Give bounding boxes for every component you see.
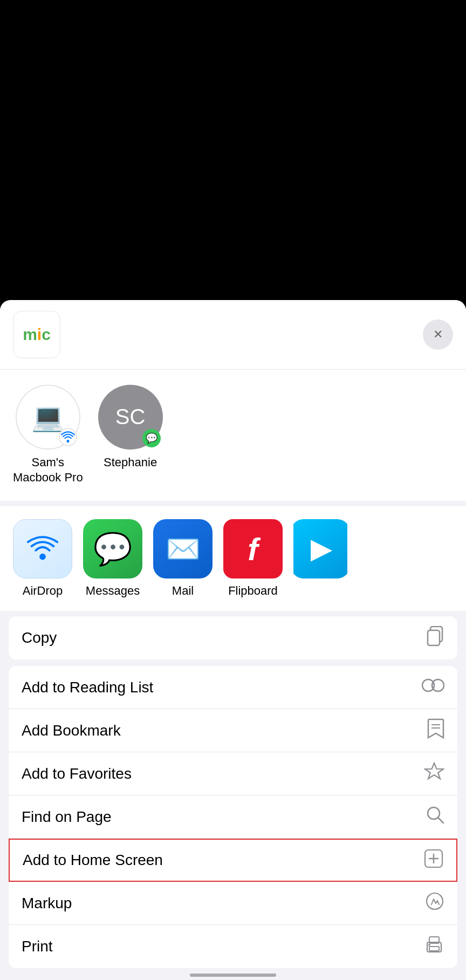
svg-point-1 (39, 554, 46, 560)
contacts-section: 💻 Sam'sMacbook Pro SC 💬 (0, 370, 466, 506)
messages-badge: 💬 (142, 429, 161, 447)
add-home-screen-icon (424, 849, 443, 872)
macbook-name: Sam'sMacbook Pro (13, 455, 83, 486)
svg-point-0 (66, 440, 69, 443)
stephanie-initials: SC (115, 405, 146, 429)
print-icon (424, 936, 444, 958)
messages-app-label: Messages (86, 584, 140, 598)
share-sheet: mic ✕ 💻 Sam'sMacbook Pro (0, 300, 466, 980)
home-bar (0, 975, 466, 980)
airdrop-app-icon (13, 519, 72, 579)
markup-label: Markup (22, 895, 72, 912)
add-reading-list-label: Add to Reading List (22, 679, 153, 696)
bookmark-icon (427, 718, 444, 743)
svg-rect-3 (428, 630, 440, 645)
contact-macbook[interactable]: 💻 Sam'sMacbook Pro (13, 385, 83, 486)
copy-icon (426, 626, 444, 650)
add-bookmark-label: Add Bookmark (22, 722, 121, 739)
find-icon (426, 806, 444, 828)
stephanie-name: Stephanie (104, 455, 157, 471)
add-reading-list-item[interactable]: Add to Reading List (9, 666, 457, 709)
print-label: Print (22, 938, 53, 955)
app-item-messages[interactable]: 💬 Messages (83, 519, 142, 598)
mail-app-label: Mail (172, 584, 194, 598)
add-home-screen-item[interactable]: Add to Home Screen (9, 839, 457, 882)
stephanie-avatar: SC 💬 (98, 385, 163, 450)
add-favorites-item[interactable]: Add to Favorites (9, 752, 457, 795)
airdrop-badge (59, 428, 77, 446)
reading-list-icon (422, 678, 444, 697)
fi-app-icon: ▶ (293, 519, 347, 579)
app-item-flipboard[interactable]: f Flipboard (223, 519, 283, 598)
apps-section: AirDrop 💬 Messages ✉️ Mail f Flipboard ▶ (0, 506, 466, 616)
svg-line-9 (438, 818, 443, 823)
favorites-icon (424, 762, 444, 785)
print-item[interactable]: Print (9, 925, 457, 968)
app-item-mail[interactable]: ✉️ Mail (153, 519, 213, 598)
airdrop-app-label: AirDrop (23, 584, 63, 598)
svg-point-17 (428, 944, 430, 946)
markup-item[interactable]: Markup (9, 882, 457, 925)
mail-app-icon: ✉️ (153, 519, 213, 579)
flipboard-app-label: Flipboard (228, 584, 278, 598)
copy-label: Copy (22, 629, 57, 646)
copy-menu-item[interactable]: Copy (9, 616, 457, 659)
macbook-avatar: 💻 (16, 385, 80, 450)
find-on-page-item[interactable]: Find on Page (9, 795, 457, 839)
add-bookmark-item[interactable]: Add Bookmark (9, 709, 457, 752)
close-icon: ✕ (433, 328, 443, 342)
menu-group-copy: Copy (9, 616, 457, 659)
messages-app-icon: 💬 (83, 519, 142, 579)
svg-rect-16 (429, 947, 439, 951)
home-bar-indicator (190, 974, 276, 977)
flipboard-app-icon: f (223, 519, 283, 579)
add-favorites-label: Add to Favorites (22, 765, 132, 782)
menu-group-main: Add to Reading List Add Bookmark Add to … (9, 666, 457, 968)
markup-icon (425, 891, 444, 915)
close-button[interactable]: ✕ (423, 319, 453, 350)
find-on-page-label: Find on Page (22, 808, 112, 826)
app-item-airdrop[interactable]: AirDrop (13, 519, 72, 598)
app-logo: mic (13, 311, 60, 358)
app-item-fi[interactable]: ▶ (293, 519, 347, 598)
header-section: mic ✕ (0, 300, 466, 370)
airdrop-wifi-icon (60, 421, 76, 453)
contact-stephanie[interactable]: SC 💬 Stephanie (98, 385, 163, 486)
add-home-screen-label: Add to Home Screen (23, 852, 163, 869)
